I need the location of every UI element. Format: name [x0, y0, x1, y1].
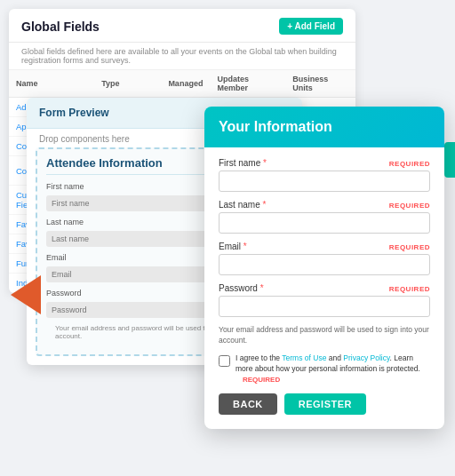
- col-header-updates: Updates Member: [210, 70, 285, 98]
- info-field-input[interactable]: [219, 254, 430, 275]
- terms-required-tag: REQUIRED: [243, 376, 280, 384]
- info-field-label: Password *: [219, 283, 264, 293]
- back-button[interactable]: BACK: [219, 393, 277, 415]
- info-field-label: Email *: [219, 242, 247, 251]
- your-information-panel: Your Information First name * REQUIRED L…: [204, 107, 444, 429]
- your-info-title: Your Information: [219, 119, 430, 135]
- arrow-decoration: [11, 275, 41, 314]
- info-field-input[interactable]: [219, 171, 430, 192]
- terms-text: I agree to the Terms of Use and Privacy …: [235, 353, 430, 385]
- info-field-input[interactable]: [219, 212, 430, 234]
- required-star: *: [243, 242, 247, 251]
- info-field-group: Password * REQUIRED: [219, 283, 430, 317]
- privacy-policy-link[interactable]: Privacy Policy: [343, 353, 389, 362]
- col-header-units: Business Units: [285, 70, 355, 98]
- your-info-header: Your Information: [204, 107, 444, 147]
- green-tab-decoration: [444, 142, 455, 178]
- info-field-input[interactable]: [219, 296, 430, 317]
- required-star: *: [260, 283, 264, 293]
- terms-checkbox-row: I agree to the Terms of Use and Privacy …: [219, 353, 430, 385]
- info-field-group: First name * REQUIRED: [219, 158, 430, 192]
- info-field-label-row: Email * REQUIRED: [219, 242, 430, 251]
- info-actions: BACK REGISTER: [204, 393, 444, 415]
- your-info-body: First name * REQUIRED Last name * REQUIR…: [204, 147, 444, 385]
- add-field-button[interactable]: + Add Field: [279, 18, 343, 35]
- register-button[interactable]: REGISTER: [284, 393, 366, 415]
- info-field-label: First name *: [219, 158, 267, 168]
- required-star: *: [263, 158, 267, 168]
- info-required-tag: REQUIRED: [389, 285, 430, 293]
- col-header-managed: Managed: [161, 70, 210, 98]
- info-field-group: Email * REQUIRED: [219, 242, 430, 275]
- info-required-tag: REQUIRED: [389, 202, 430, 210]
- global-fields-header: Global Fields + Add Field: [9, 9, 355, 43]
- col-header-name: Name: [9, 70, 94, 98]
- info-field-group: Last name * REQUIRED: [219, 200, 430, 234]
- info-required-tag: REQUIRED: [389, 243, 430, 251]
- col-header-type: Type: [94, 70, 161, 98]
- info-field-label: Last name *: [219, 200, 266, 210]
- info-field-label-row: Password * REQUIRED: [219, 283, 430, 293]
- terms-of-use-link[interactable]: Terms of Use: [282, 353, 326, 362]
- info-field-label-row: First name * REQUIRED: [219, 158, 430, 168]
- info-required-tag: REQUIRED: [389, 160, 430, 168]
- info-field-label-row: Last name * REQUIRED: [219, 200, 430, 210]
- terms-checkbox[interactable]: [219, 355, 230, 367]
- required-star: *: [262, 200, 266, 210]
- account-note: Your email address and password will be …: [219, 325, 430, 346]
- global-fields-title: Global Fields: [21, 20, 100, 34]
- global-fields-description: Global fields defined here are available…: [9, 43, 355, 70]
